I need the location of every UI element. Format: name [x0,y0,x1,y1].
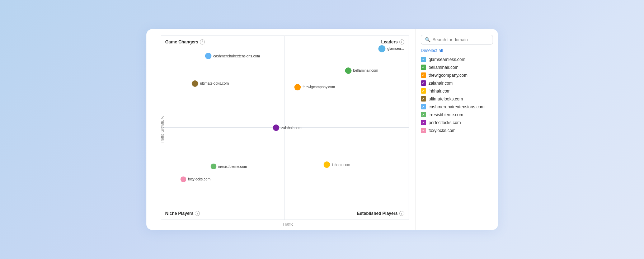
domain-item[interactable]: ✓ inhhair.com [421,88,493,94]
domain-checkbox[interactable]: ✓ [421,96,426,102]
domain-checkbox[interactable]: ✓ [421,88,426,94]
dot-cashmerehair-label: cashmerehairextensions.com [213,54,260,58]
domain-checkbox[interactable]: ✓ [421,104,426,109]
domain-name: cashmerehairextensions.com [429,104,485,109]
dot-bellamihair-circle [345,67,352,74]
deselect-all-button[interactable]: Deselect all [421,48,493,53]
dot-inhhair[interactable]: inhhair.com [324,161,350,168]
dot-zalahair[interactable]: zalahair.com [273,124,301,131]
domain-list: ✓ glamseamless.com ✓ bellamihair.com ✓ t… [421,57,493,133]
dot-inhhair-circle [324,161,330,168]
chart-inner: Traffic Growth, % Game Changers i cashme… [146,29,415,230]
domain-checkbox[interactable]: ✓ [421,65,426,70]
domain-name: ultimatelooks.com [429,96,463,102]
checkbox-check-icon: ✓ [422,81,425,85]
dot-zalahair-circle [273,124,279,131]
domain-item[interactable]: ✓ perfectlocks.com [421,120,493,125]
dot-foxylocks[interactable]: foxylocks.com [180,176,211,182]
domain-checkbox[interactable]: ✓ [421,80,426,86]
checkbox-check-icon: ✓ [422,129,425,132]
dot-bellamihair[interactable]: bellamihair.com [345,67,378,74]
domain-item[interactable]: ✓ cashmerehairextensions.com [421,104,493,109]
quadrant-label-niche-players: Niche Players i [165,211,200,216]
dot-irresistibleme-circle [211,164,216,169]
dot-ultimatelooks-circle [192,80,198,87]
domain-item[interactable]: ✓ foxylocks.com [421,128,493,133]
domain-item[interactable]: ✓ glamseamless.com [421,57,493,62]
dot-thewigcompany[interactable]: thewigcompany.com [294,84,335,90]
game-changers-info-icon[interactable]: i [200,39,205,44]
dot-inhhair-label: inhhair.com [332,163,350,167]
domain-name: inhhair.com [429,89,451,94]
domain-checkbox[interactable]: ✓ [421,120,426,125]
dot-cashmerehair-circle [205,53,211,59]
checkbox-check-icon: ✓ [422,89,425,93]
quadrant-top-left: Game Changers i cashmerehairextensions.c… [161,36,285,128]
checkbox-check-icon: ✓ [422,58,425,61]
checkbox-check-icon: ✓ [422,66,425,69]
domain-item[interactable]: ✓ ultimatelooks.com [421,96,493,102]
domain-name: thewigcompany.com [429,73,468,78]
checkbox-check-icon: ✓ [422,74,425,77]
search-box[interactable]: 🔍 [421,35,493,44]
leaders-info-icon[interactable]: i [399,39,404,44]
domain-checkbox[interactable]: ✓ [421,112,426,117]
quadrant-label-game-changers: Game Changers i [165,39,205,44]
quadrant-label-leaders: Leaders i [381,39,404,44]
chart-area: Traffic Growth, % Game Changers i cashme… [146,29,415,230]
dot-glamsea-circle [379,45,386,52]
domain-item[interactable]: ✓ bellamihair.com [421,65,493,70]
main-card: Traffic Growth, % Game Changers i cashme… [146,29,498,230]
sidebar: 🔍 Deselect all ✓ glamseamless.com ✓ bell… [415,29,498,230]
domain-item[interactable]: ✓ thewigcompany.com [421,72,493,78]
dot-thewigcompany-circle [294,84,301,90]
domain-name: zalahair.com [429,81,453,86]
domain-checkbox[interactable]: ✓ [421,128,426,133]
search-icon: 🔍 [425,37,431,42]
dot-zalahair-label: zalahair.com [281,126,301,130]
domain-name: foxylocks.com [429,128,456,133]
checkbox-check-icon: ✓ [422,105,425,109]
dot-foxylocks-label: foxylocks.com [188,177,211,181]
dot-irresistibleme-label: irresistibleme.com [218,165,247,169]
quadrant-top-right: Leaders i glamsea... bellamihair.com [285,36,409,128]
checkbox-check-icon: ✓ [422,97,425,101]
domain-checkbox[interactable]: ✓ [421,57,426,62]
domain-checkbox[interactable]: ✓ [421,72,426,78]
quadrant-bottom-right: Established Players i inhhair.com [285,128,409,220]
y-axis-label: Traffic Growth, % [160,116,164,143]
dot-ultimatelooks-label: ultimatelooks.com [200,81,229,85]
dot-bellamihair-label: bellamihair.com [353,69,378,72]
quadrant-grid: Game Changers i cashmerehairextensions.c… [161,36,409,220]
established-players-info-icon[interactable]: i [399,211,404,216]
quadrant-label-established-players: Established Players i [357,211,404,216]
dot-thewigcompany-label: thewigcompany.com [302,85,335,89]
domain-item[interactable]: ✓ zalahair.com [421,80,493,86]
niche-players-info-icon[interactable]: i [195,211,200,216]
search-input[interactable] [433,37,489,42]
domain-name: irresistibleme.com [429,112,464,117]
dot-glamsea-label: glamsea... [387,47,404,51]
domain-name: perfectlocks.com [429,120,461,125]
dot-foxylocks-circle [180,176,186,182]
domain-item[interactable]: ✓ irresistibleme.com [421,112,493,117]
dot-cashmerehair[interactable]: cashmerehairextensions.com [205,53,260,59]
dot-glamsea[interactable]: glamsea... [379,45,404,52]
domain-name: glamseamless.com [429,57,466,62]
dot-ultimatelooks[interactable]: ultimatelooks.com [192,80,229,87]
quadrant-bottom-left: Niche Players i irresistibleme.com foxyl… [161,128,285,220]
dot-irresistibleme[interactable]: irresistibleme.com [211,164,247,169]
checkbox-check-icon: ✓ [422,121,425,124]
checkbox-check-icon: ✓ [422,113,425,117]
domain-name: bellamihair.com [429,65,459,70]
x-axis-label: Traffic [146,220,415,230]
